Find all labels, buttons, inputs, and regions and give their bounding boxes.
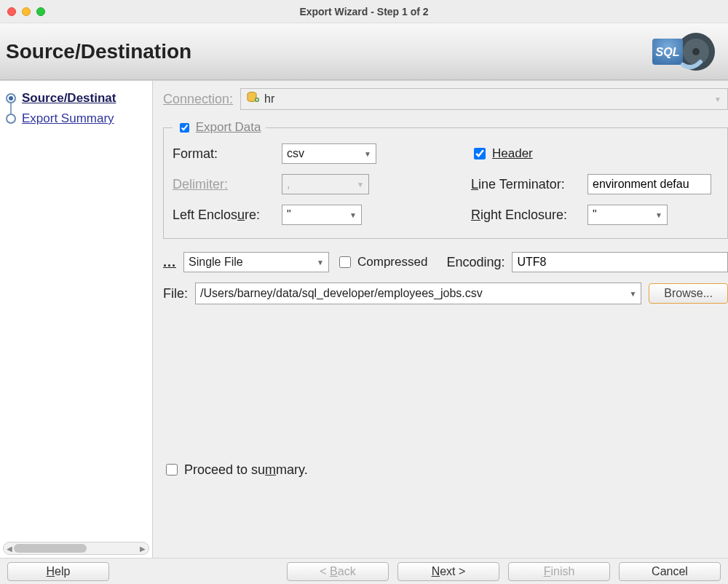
proceed-label: Proceed to summary. [184, 462, 308, 478]
header-checkbox[interactable] [474, 148, 486, 159]
banner-artwork: SQL [630, 28, 718, 75]
svg-text:SQL: SQL [656, 46, 680, 58]
line-terminator-label: Line Terminator: [471, 177, 587, 192]
connection-select[interactable]: hr ▼ [240, 88, 728, 110]
save-as-label: ... [163, 255, 176, 270]
format-value: csv [287, 147, 304, 160]
close-window-button[interactable] [7, 7, 16, 16]
save-as-value: Single File [189, 256, 243, 269]
database-icon [247, 91, 260, 107]
wizard-steps-sidebar: Source/Destinat Export Summary ◀ ▶ [0, 81, 153, 558]
file-label: File: [163, 286, 188, 301]
window-controls [7, 7, 45, 16]
delimiter-label: Delimiter: [173, 177, 282, 192]
right-enclosure-value: " [593, 208, 597, 221]
connection-value: hr [264, 92, 705, 106]
export-data-legend: Export Data [173, 120, 266, 135]
delimiter-select: , ▼ [282, 174, 369, 194]
left-enclosure-value: " [287, 208, 291, 221]
export-data-label: Export Data [196, 120, 261, 134]
window-title: Export Wizard - Step 1 of 2 [0, 6, 728, 17]
scroll-right-arrow-icon[interactable]: ▶ [137, 545, 149, 553]
step-bullet-icon [6, 93, 16, 103]
cancel-button[interactable]: Cancel [619, 562, 721, 581]
step-label: Source/Destinat [22, 91, 116, 106]
file-path-input[interactable]: /Users/barney/data/sql_developer/employe… [195, 283, 641, 304]
step-source-destination[interactable]: Source/Destinat [1, 88, 151, 108]
left-enclosure-label: Left Enclosure: [173, 208, 282, 223]
step-bullet-icon [6, 114, 16, 124]
delimiter-value: , [287, 178, 290, 191]
save-as-select[interactable]: Single File ▼ [183, 252, 329, 272]
chevron-down-icon: ▼ [349, 211, 357, 219]
page-title: Source/Destination [6, 40, 191, 63]
connection-label: Connection: [163, 92, 233, 107]
scrollbar-thumb[interactable] [14, 544, 87, 553]
finish-button[interactable]: Finish [508, 562, 610, 581]
svg-point-2 [692, 48, 700, 55]
chevron-down-icon: ▼ [364, 150, 371, 158]
file-path-value: /Users/barney/data/sql_developer/employe… [200, 287, 625, 300]
proceed-checkbox[interactable] [166, 464, 178, 476]
header-label: Header [492, 146, 533, 161]
compressed-label: Compressed [357, 255, 427, 269]
right-enclosure-label: Right Enclosure: [471, 208, 587, 223]
export-data-group: Export Data Format: csv ▼ Header Delimit… [163, 120, 728, 239]
chevron-down-icon: ▼ [629, 290, 636, 298]
proceed-checkbox-row: Proceed to summary. [163, 462, 308, 478]
help-button[interactable]: Help [7, 562, 109, 581]
minimize-window-button[interactable] [22, 7, 31, 16]
browse-button[interactable]: Browse... [649, 283, 728, 304]
zoom-window-button[interactable] [36, 7, 45, 16]
compressed-checkbox[interactable] [339, 256, 351, 268]
sidebar-horizontal-scrollbar[interactable]: ◀ ▶ [3, 542, 149, 555]
chevron-down-icon: ▼ [357, 181, 364, 189]
step-export-summary[interactable]: Export Summary [1, 108, 151, 129]
wizard-footer: Help < Back Next > Finish Cancel [0, 558, 728, 584]
export-data-checkbox[interactable] [180, 123, 189, 133]
chevron-down-icon: ▼ [317, 259, 324, 267]
format-select[interactable]: csv ▼ [282, 143, 376, 164]
chevron-down-icon: ▼ [655, 211, 662, 219]
line-terminator-input[interactable] [587, 174, 711, 194]
right-enclosure-select[interactable]: " ▼ [587, 205, 668, 225]
step-label: Export Summary [22, 111, 114, 126]
titlebar: Export Wizard - Step 1 of 2 [0, 0, 728, 23]
encoding-input[interactable] [512, 252, 728, 272]
header-checkbox-row: Header [471, 146, 587, 162]
format-label: Format: [173, 146, 282, 162]
compressed-checkbox-row: Compressed [336, 254, 427, 270]
encoding-label: Encoding: [446, 255, 505, 270]
export-form: Connection: hr ▼ Export Data Format: csv [153, 81, 728, 558]
back-button[interactable]: < Back [287, 562, 389, 581]
chevron-down-icon: ▼ [714, 95, 721, 103]
next-button[interactable]: Next > [397, 562, 499, 581]
left-enclosure-select[interactable]: " ▼ [282, 205, 362, 225]
wizard-banner: Source/Destination SQL [0, 23, 728, 80]
